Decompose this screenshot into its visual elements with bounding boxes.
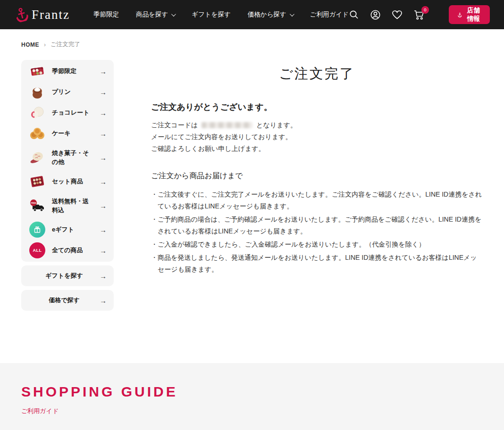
confirm-line: ご確認よろしくお願い申し上げます。: [151, 143, 483, 154]
nav-guide[interactable]: ご利用ガイド: [310, 10, 349, 19]
header-actions: 0 店舗情報: [349, 5, 490, 24]
arrow-right-icon: →: [100, 67, 107, 75]
delivery-bullet: ・ ご注文後すぐに、ご注文完了メールをお送りいたします。ご注文内容をご確認くださ…: [151, 189, 483, 212]
delivery-bullet: ・ 商品を発送しましたら、発送通知メールをお送りいたします。LINE ID連携を…: [151, 252, 483, 275]
arrow-right-icon: →: [100, 202, 107, 210]
nav-seasonal[interactable]: 季節限定: [93, 10, 119, 19]
sidebar-link-gifts[interactable]: ギフトを探す →: [21, 265, 114, 286]
baked-sweets-icon: [29, 149, 46, 166]
chevron-down-icon: [290, 12, 294, 17]
arrow-right-icon: →: [100, 130, 107, 138]
shopping-guide-title: SHOPPING GUIDE: [21, 384, 483, 400]
cart-icon[interactable]: 0: [413, 9, 425, 20]
breadcrumb: HOME › ご注文完了: [0, 41, 504, 49]
anchor-icon: [458, 11, 462, 19]
gift-set-box-icon: [29, 173, 46, 190]
arrow-right-icon: →: [100, 272, 107, 280]
sidebar-item-all-products[interactable]: ALL 全ての商品 →: [21, 240, 114, 261]
header: Frantz 季節限定 商品を探す ギフトを探す 価格から探す ご利用ガイド: [0, 0, 504, 29]
arrow-right-icon: →: [100, 297, 107, 305]
sidebar-item-pudding[interactable]: プリン →: [21, 82, 114, 102]
order-code-redacted: [202, 122, 252, 128]
sidebar-item-free-shipping[interactable]: FREE 送料無料・送料込 →: [21, 192, 114, 219]
thanks-heading: ご注文ありがとうございます。: [151, 101, 483, 113]
guide-link[interactable]: ご利用ガイド: [21, 407, 59, 415]
arrow-right-icon: →: [100, 226, 107, 234]
chevron-down-icon: [171, 12, 176, 17]
pudding-pot-icon: [29, 83, 46, 100]
arrow-right-icon: →: [100, 88, 107, 96]
delivery-bullet: ・ ご予約商品の場合は、ご予約確認メールをお送りいたします。ご予約商品をご確認く…: [151, 214, 483, 237]
main-nav: 季節限定 商品を探す ギフトを探す 価格から探す ご利用ガイド: [93, 10, 349, 19]
nav-gifts[interactable]: ギフトを探す: [192, 10, 231, 19]
strawberry-chocolate-icon: [29, 104, 46, 121]
anchor-logo-icon: [14, 6, 30, 23]
nav-products[interactable]: 商品を探す: [136, 10, 175, 19]
category-list: 季節限定 → プリン →: [21, 60, 114, 262]
breadcrumb-separator: ›: [44, 41, 46, 48]
store-info-button[interactable]: 店舗情報: [449, 5, 490, 24]
arrow-right-icon: →: [100, 247, 107, 255]
svg-text:FREE: FREE: [31, 202, 36, 204]
nav-price[interactable]: 価格から探す: [248, 10, 293, 19]
order-code-line: ご注文コードはとなります。: [151, 119, 483, 131]
sidebar-item-seasonal[interactable]: 季節限定 →: [21, 61, 114, 82]
all-products-icon: ALL: [29, 242, 46, 259]
cakes-icon: [29, 125, 46, 142]
arrow-right-icon: →: [100, 109, 107, 117]
mail-sent-line: メールにてご注文内容をお送りしております。: [151, 131, 483, 142]
main-content: ご注文完了 ご注文ありがとうございます。 ご注文コードはとなります。 メールにて…: [151, 60, 483, 277]
sidebar-link-price[interactable]: 価格で探す →: [21, 290, 114, 311]
breadcrumb-home-link[interactable]: HOME: [21, 41, 39, 48]
account-icon[interactable]: [370, 9, 381, 20]
search-icon[interactable]: [349, 9, 359, 20]
cart-count-badge: 0: [421, 6, 429, 14]
free-shipping-truck-icon: FREE: [29, 197, 46, 214]
page-title: ご注文完了: [151, 65, 483, 83]
logo-text: Frantz: [32, 8, 70, 22]
logo[interactable]: Frantz: [15, 8, 70, 22]
arrow-right-icon: →: [100, 178, 107, 186]
delivery-heading: ご注文から商品お届けまで: [151, 171, 483, 181]
e-gift-icon: [29, 221, 46, 238]
footer: SHOPPING GUIDE ご利用ガイド: [0, 363, 504, 430]
category-sidebar: 季節限定 → プリン →: [21, 60, 114, 311]
content: 季節限定 → プリン →: [0, 49, 504, 363]
sidebar-item-cake[interactable]: ケーキ →: [21, 123, 114, 144]
sidebar-item-egift[interactable]: eギフト →: [21, 219, 114, 240]
arrow-right-icon: →: [100, 154, 107, 162]
delivery-bullet: ・ ご入金が確認できましたら、ご入金確認メールをお送りいたします。（代金引換を除…: [151, 239, 483, 250]
seasonal-chocolate-box-icon: [29, 63, 46, 80]
sidebar-item-set[interactable]: セット商品 →: [21, 171, 114, 192]
sidebar-item-chocolate[interactable]: チョコレート →: [21, 102, 114, 123]
breadcrumb-current: ご注文完了: [50, 41, 80, 49]
wishlist-heart-icon[interactable]: [392, 10, 403, 20]
sidebar-item-baked[interactable]: 焼き菓子・その他 →: [21, 144, 114, 171]
